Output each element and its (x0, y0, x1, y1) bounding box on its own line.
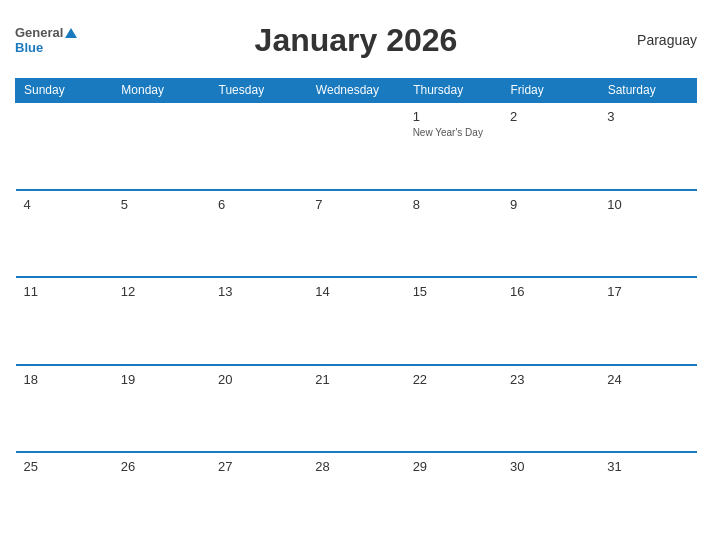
calendar-cell: 15 (405, 277, 502, 365)
calendar-header: General Blue January 2026 Paraguay (15, 10, 697, 70)
calendar-cell: 1New Year's Day (405, 102, 502, 190)
calendar-cell: 9 (502, 190, 599, 278)
calendar-cell: 24 (599, 365, 696, 453)
day-number: 4 (24, 197, 31, 212)
calendar-cell: 23 (502, 365, 599, 453)
calendar-cell: 28 (307, 452, 404, 540)
calendar-cell: 2 (502, 102, 599, 190)
day-number: 26 (121, 459, 135, 474)
day-number: 5 (121, 197, 128, 212)
day-number: 13 (218, 284, 232, 299)
day-number: 2 (510, 109, 517, 124)
calendar-cell: 6 (210, 190, 307, 278)
calendar-cell (113, 102, 210, 190)
day-number: 14 (315, 284, 329, 299)
day-number: 12 (121, 284, 135, 299)
day-number: 8 (413, 197, 420, 212)
day-number: 30 (510, 459, 524, 474)
week-row-4: 18192021222324 (16, 365, 697, 453)
header-tuesday: Tuesday (210, 79, 307, 103)
calendar-cell: 20 (210, 365, 307, 453)
calendar-table: Sunday Monday Tuesday Wednesday Thursday… (15, 78, 697, 540)
header-sunday: Sunday (16, 79, 113, 103)
logo-blue-text: Blue (15, 40, 43, 55)
calendar-cell: 21 (307, 365, 404, 453)
calendar-cell: 18 (16, 365, 113, 453)
holiday-label: New Year's Day (413, 127, 494, 139)
header-thursday: Thursday (405, 79, 502, 103)
calendar-cell (307, 102, 404, 190)
calendar-cell: 12 (113, 277, 210, 365)
day-number: 29 (413, 459, 427, 474)
calendar-cell: 11 (16, 277, 113, 365)
header-saturday: Saturday (599, 79, 696, 103)
day-number: 27 (218, 459, 232, 474)
logo-triangle-icon (65, 28, 77, 38)
calendar-cell: 8 (405, 190, 502, 278)
calendar-cell: 17 (599, 277, 696, 365)
calendar-cell (210, 102, 307, 190)
day-number: 24 (607, 372, 621, 387)
calendar-cell: 31 (599, 452, 696, 540)
calendar-cell: 13 (210, 277, 307, 365)
day-number: 10 (607, 197, 621, 212)
day-number: 21 (315, 372, 329, 387)
calendar-cell: 19 (113, 365, 210, 453)
day-number: 28 (315, 459, 329, 474)
day-number: 17 (607, 284, 621, 299)
calendar-cell: 30 (502, 452, 599, 540)
calendar-cell: 22 (405, 365, 502, 453)
week-row-3: 11121314151617 (16, 277, 697, 365)
week-row-2: 45678910 (16, 190, 697, 278)
calendar-cell: 27 (210, 452, 307, 540)
day-number: 25 (24, 459, 38, 474)
logo: General Blue (15, 25, 77, 55)
calendar-cell: 10 (599, 190, 696, 278)
calendar-cell: 16 (502, 277, 599, 365)
day-number: 3 (607, 109, 614, 124)
day-number: 20 (218, 372, 232, 387)
calendar-cell: 5 (113, 190, 210, 278)
weekday-header-row: Sunday Monday Tuesday Wednesday Thursday… (16, 79, 697, 103)
day-number: 1 (413, 109, 420, 124)
header-wednesday: Wednesday (307, 79, 404, 103)
header-friday: Friday (502, 79, 599, 103)
calendar-cell: 4 (16, 190, 113, 278)
logo-general-text: General (15, 25, 63, 40)
day-number: 23 (510, 372, 524, 387)
calendar-title: January 2026 (255, 22, 458, 59)
week-row-5: 25262728293031 (16, 452, 697, 540)
day-number: 9 (510, 197, 517, 212)
day-number: 11 (24, 284, 38, 299)
week-row-1: 1New Year's Day23 (16, 102, 697, 190)
calendar-cell (16, 102, 113, 190)
calendar-cell: 25 (16, 452, 113, 540)
day-number: 6 (218, 197, 225, 212)
calendar-cell: 29 (405, 452, 502, 540)
day-number: 22 (413, 372, 427, 387)
day-number: 19 (121, 372, 135, 387)
country-label: Paraguay (637, 32, 697, 48)
calendar-cell: 3 (599, 102, 696, 190)
header-monday: Monday (113, 79, 210, 103)
calendar-container: General Blue January 2026 Paraguay Sunda… (0, 0, 712, 550)
day-number: 7 (315, 197, 322, 212)
day-number: 18 (24, 372, 38, 387)
day-number: 15 (413, 284, 427, 299)
calendar-cell: 14 (307, 277, 404, 365)
calendar-cell: 26 (113, 452, 210, 540)
day-number: 31 (607, 459, 621, 474)
day-number: 16 (510, 284, 524, 299)
calendar-cell: 7 (307, 190, 404, 278)
